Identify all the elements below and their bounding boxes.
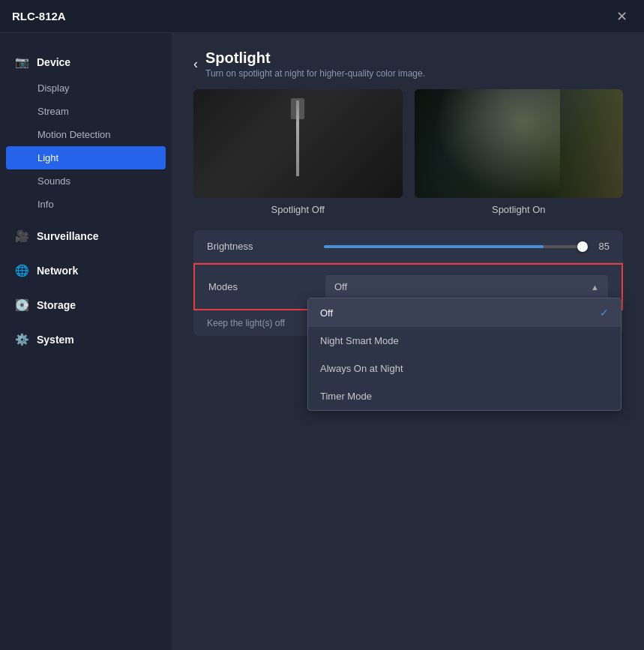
brightness-slider-container: 85 [324, 241, 610, 252]
sidebar: 📷 Device Display Stream Motion Detection… [0, 33, 172, 650]
image-block-on: Spotlight On [415, 89, 624, 215]
close-button[interactable]: ✕ [611, 6, 632, 27]
modes-row: Modes Off ▲ Off ✓ Night Smart Mode Alway [193, 263, 623, 310]
sidebar-section-storage-label: Storage [37, 299, 76, 311]
sidebar-header-system[interactable]: ⚙️ System [0, 325, 172, 354]
network-icon: 🌐 [15, 264, 29, 277]
sidebar-section-system-label: System [37, 334, 74, 346]
dropdown-item-always-on[interactable]: Always On at Night [308, 355, 621, 382]
spotlight-off-visual [193, 89, 403, 198]
dropdown-item-night-smart[interactable]: Night Smart Mode [308, 327, 621, 355]
sidebar-section-network-label: Network [37, 265, 78, 277]
sidebar-header-device[interactable]: 📷 Device [0, 48, 172, 76]
sidebar-item-sounds[interactable]: Sounds [0, 169, 172, 193]
sidebar-item-stream[interactable]: Stream [0, 100, 172, 123]
brightness-value: 85 [592, 241, 610, 252]
brightness-thumb[interactable] [577, 241, 588, 252]
camera-icon: 📷 [15, 55, 29, 69]
spotlight-on-visual [415, 89, 624, 198]
dropdown-item-night-smart-label: Night Smart Mode [320, 335, 399, 346]
sidebar-section-surveillance-label: Surveillance [37, 230, 99, 242]
surveillance-icon: 🎥 [15, 229, 29, 243]
sidebar-item-display[interactable]: Display [0, 76, 172, 100]
window-title: RLC-812A [12, 10, 66, 22]
image-comparison: Spotlight Off Spotlight On [172, 89, 644, 230]
dropdown-item-always-on-label: Always On at Night [320, 363, 403, 374]
modes-dropdown-button[interactable]: Off ▲ [325, 275, 608, 298]
sidebar-section-device-label: Device [37, 56, 70, 68]
dropdown-item-off[interactable]: Off ✓ [308, 298, 621, 327]
storage-icon: 💽 [15, 298, 29, 312]
sidebar-header-surveillance[interactable]: 🎥 Surveillance [0, 222, 172, 250]
sidebar-section-surveillance: 🎥 Surveillance [0, 222, 172, 250]
sidebar-section-device: 📷 Device Display Stream Motion Detection… [0, 48, 172, 216]
spotlight-off-label: Spotlight Off [271, 204, 325, 215]
sidebar-item-light[interactable]: Light [6, 146, 166, 169]
sidebar-section-storage: 💽 Storage [0, 291, 172, 319]
brightness-label: Brightness [207, 241, 312, 252]
spotlight-off-image [193, 89, 403, 198]
title-bar: RLC-812A ✕ [0, 0, 644, 33]
page-title: Spotlight [205, 49, 425, 67]
modes-label: Modes [208, 281, 313, 292]
dropdown-item-timer[interactable]: Timer Mode [308, 382, 621, 410]
sidebar-header-network[interactable]: 🌐 Network [0, 256, 172, 285]
spotlight-on-label: Spotlight On [492, 204, 546, 215]
dropdown-item-timer-label: Timer Mode [320, 391, 372, 402]
back-button[interactable]: ‹ [193, 56, 198, 72]
keep-light-text: Keep the light(s) off [207, 318, 285, 328]
brightness-row: Brightness 85 [193, 230, 623, 263]
modes-selected-value: Off [334, 281, 347, 292]
settings-panel: Brightness 85 Modes Off ▲ [193, 230, 623, 336]
sidebar-item-info[interactable]: Info [0, 193, 172, 216]
chevron-up-icon: ▲ [591, 283, 599, 292]
spotlight-on-image [415, 89, 624, 198]
system-icon: ⚙️ [15, 333, 29, 346]
page-header: ‹ Spotlight Turn on spotlight at night f… [172, 33, 644, 89]
brightness-fill [324, 245, 544, 248]
page-subtitle: Turn on spotlight at night for higher-qu… [205, 68, 425, 79]
brightness-track[interactable] [324, 245, 583, 248]
image-block-off: Spotlight Off [193, 89, 403, 215]
sidebar-section-system: ⚙️ System [0, 325, 172, 354]
sidebar-item-motion-detection[interactable]: Motion Detection [0, 123, 172, 146]
main-layout: 📷 Device Display Stream Motion Detection… [0, 33, 644, 650]
modes-dropdown-menu: Off ✓ Night Smart Mode Always On at Nigh… [307, 298, 622, 411]
dropdown-item-off-label: Off [320, 307, 333, 319]
page-title-block: Spotlight Turn on spotlight at night for… [205, 49, 425, 79]
sidebar-section-network: 🌐 Network [0, 256, 172, 285]
content-area: ‹ Spotlight Turn on spotlight at night f… [172, 33, 644, 650]
check-icon: ✓ [600, 307, 609, 319]
sidebar-header-storage[interactable]: 💽 Storage [0, 291, 172, 319]
